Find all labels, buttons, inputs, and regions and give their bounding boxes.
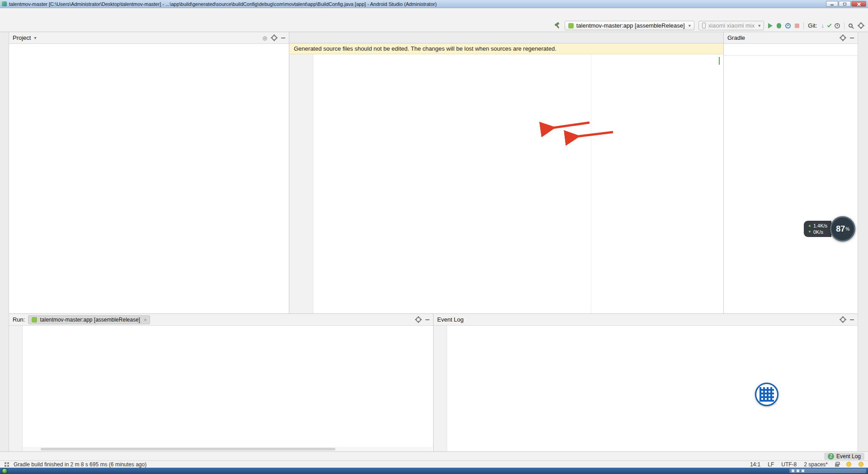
menu-bar: [0, 8, 868, 19]
gradle-settings-gear-icon[interactable]: [840, 35, 845, 40]
start-button[interactable]: [2, 468, 8, 474]
percent-sign: %: [845, 227, 849, 232]
window-title: talentmov-master [C:\Users\Administrator…: [9, 1, 437, 7]
history-icon[interactable]: [835, 23, 840, 28]
toolbar-actions: talentmov-master:app [assembleRelease] x…: [554, 21, 863, 30]
git-update-icon[interactable]: [821, 22, 825, 29]
build-hammer-icon[interactable]: [554, 22, 561, 29]
right-tool-stripe: [858, 32, 868, 451]
gradle-panel-title: Gradle: [727, 34, 745, 41]
close-button[interactable]: [851, 1, 866, 7]
project-tree: [9, 44, 289, 313]
toolwindow-label: Event Log: [836, 453, 861, 460]
editor-tab-bar: [289, 32, 723, 43]
run-panel-title: Run:: [13, 316, 25, 323]
event-log-actions: [840, 317, 854, 322]
debug-button[interactable]: [777, 23, 781, 28]
status-message[interactable]: Gradle build finished in 2 m 8 s 695 ms …: [14, 461, 146, 468]
profiler-button[interactable]: [785, 23, 791, 28]
window-titlebar: talentmov-master [C:\Users\Administrator…: [0, 0, 868, 8]
code-editor[interactable]: [289, 54, 723, 313]
status-widgets: 14:1 LF UTF-8 2 spaces*: [750, 461, 863, 468]
window-controls: [826, 1, 866, 7]
event-log-toolbar: [434, 326, 447, 451]
notification-icon[interactable]: [859, 462, 863, 467]
maximize-icon: [843, 3, 846, 5]
project-panel-actions: ◎: [263, 35, 285, 41]
hide-panel-icon[interactable]: [425, 319, 429, 320]
readonly-lock-icon[interactable]: [835, 464, 839, 467]
run-console-body: [9, 326, 433, 451]
android-studio-window: talentmov-master [C:\Users\Administrator…: [0, 0, 868, 474]
notification-icon[interactable]: [846, 462, 851, 467]
run-console-toolbar: [9, 326, 23, 451]
horizontal-scrollbar[interactable]: [23, 447, 432, 451]
minimize-button[interactable]: [826, 1, 838, 7]
project-settings-gear-icon[interactable]: [272, 35, 277, 40]
run-settings-gear-icon[interactable]: [416, 317, 421, 322]
hide-panel-icon[interactable]: [281, 38, 285, 38]
hide-panel-icon[interactable]: [850, 319, 854, 320]
toolwindow-switcher-icon[interactable]: [5, 462, 9, 467]
device-select[interactable]: xiaomi xiaomi mix: [698, 21, 764, 30]
close-icon: [857, 2, 861, 6]
status-bar: Gradle build finished in 2 m 8 s 695 ms …: [0, 460, 868, 468]
run-configuration-select[interactable]: talentmov-master:app [assembleRelease]: [565, 21, 694, 30]
system-tray[interactable]: [789, 469, 866, 473]
separator: [844, 22, 844, 29]
close-tab-icon[interactable]: ×: [144, 317, 146, 322]
project-tool-window: Project ▾ ◎: [9, 32, 289, 313]
network-speed-widget[interactable]: ▲1.4K/s ▼0K/s 87%: [804, 216, 855, 242]
locate-file-icon[interactable]: ◎: [263, 35, 267, 41]
caret-position[interactable]: 14:1: [750, 461, 760, 468]
minimize-icon: [830, 5, 834, 5]
check-icon: [719, 57, 720, 65]
device-phone-icon: [702, 23, 706, 28]
editor-area: Generated source files should not be edi…: [289, 32, 723, 313]
toolwindow-tab-event-log[interactable]: 2 Event Log: [824, 453, 864, 460]
file-encoding[interactable]: UTF-8: [781, 461, 797, 468]
gradle-toolbar: [724, 44, 858, 56]
event-log-tool-window: Event Log: [433, 313, 858, 451]
search-icon[interactable]: [849, 24, 853, 28]
build-console-output[interactable]: [23, 326, 433, 451]
toolwindow-bar: 2 Event Log: [0, 451, 868, 460]
download-arrow-icon: ▼: [808, 229, 811, 235]
download-speed: 0K/s: [813, 229, 823, 235]
floating-qr-widget[interactable]: [755, 383, 778, 406]
percent-bubble[interactable]: 87%: [830, 216, 855, 242]
run-panel-actions: [416, 317, 429, 322]
device-value: xiaomi xiaomi mix: [708, 22, 755, 29]
gradle-panel-header: Gradle: [724, 32, 858, 44]
generated-source-banner: Generated source files should not be edi…: [289, 43, 723, 54]
run-button[interactable]: [768, 23, 773, 28]
project-panel-title: Project: [13, 34, 31, 41]
line-ending[interactable]: LF: [768, 461, 774, 468]
run-configuration-value: talentmov-master:app [assembleRelease]: [576, 22, 685, 29]
gradle-panel-actions: [840, 35, 854, 40]
settings-gear-icon[interactable]: [859, 23, 863, 28]
app-module-icon: [568, 23, 574, 28]
scrollbar-thumb[interactable]: [41, 448, 335, 450]
inspections-ok-icon[interactable]: [719, 57, 720, 64]
gradle-task-tree: [724, 56, 858, 313]
maximize-button[interactable]: [839, 1, 851, 7]
chevron-down-icon[interactable]: ▾: [34, 35, 36, 40]
gradle-tool-window: Gradle: [723, 32, 858, 313]
event-log-body: [434, 326, 858, 451]
run-tab-label: talentmov-master:app [assembleRelease]: [40, 317, 140, 323]
separator: [803, 22, 804, 29]
event-log-settings-gear-icon[interactable]: [840, 317, 845, 322]
run-console-tab[interactable]: talentmov-master:app [assembleRelease] ×: [28, 315, 150, 324]
project-panel-header: Project ▾ ◎: [9, 32, 289, 44]
event-log-title: Event Log: [437, 316, 464, 323]
stop-button[interactable]: [795, 24, 799, 28]
git-commit-icon[interactable]: [827, 23, 832, 27]
run-panel-header: Run: talentmov-master:app [assembleRelea…: [9, 314, 433, 326]
event-log-header: Event Log: [434, 314, 858, 326]
hide-panel-icon[interactable]: [850, 38, 854, 38]
indent-setting[interactable]: 2 spaces*: [804, 461, 828, 468]
android-studio-logo-icon: [2, 1, 7, 6]
event-count-badge: 2: [828, 453, 834, 460]
qr-pattern: [760, 387, 774, 402]
